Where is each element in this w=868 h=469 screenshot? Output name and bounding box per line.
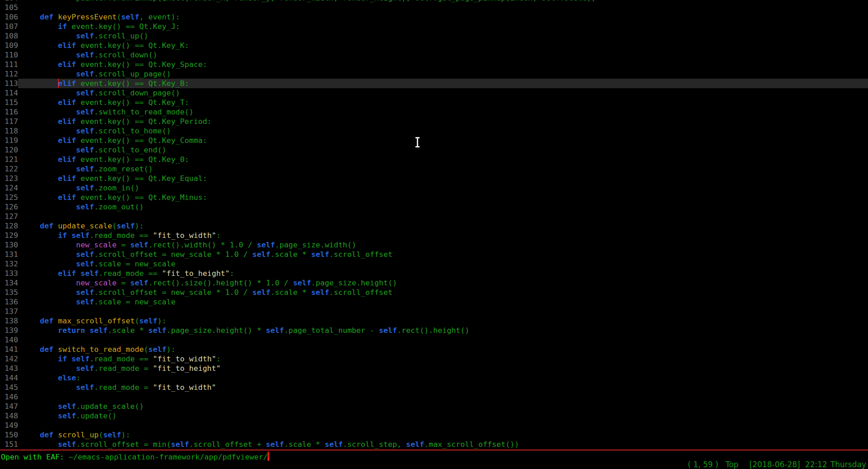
line-number: 118 [0,126,18,136]
code-text: new_scale = self.rect().width() * 1.0 / … [18,240,868,250]
code-text [18,335,868,345]
code-text: def scroll_up(self): [18,430,868,440]
code-text: elif event.key() == Qt.Key_Comma: [18,136,868,145]
code-line[interactable]: 111 elif event.key() == Qt.Key_Space: [0,60,868,69]
code-line[interactable]: 109 elif event.key() == Qt.Key_K: [0,41,868,50]
code-line[interactable]: 134 new_scale = self.rect().size().heigh… [0,278,868,288]
code-line[interactable]: 123 elif event.key() == Qt.Key_Equal: [0,174,868,183]
code-line[interactable]: 106 def keyPressEvent(self, event): [0,12,868,22]
code-line[interactable]: 142 if self.read_mode == "fit_to_width": [0,354,868,364]
code-line[interactable]: 127 [0,212,868,221]
code-line[interactable]: 128 def update_scale(self): [0,221,868,231]
line-number: 134 [0,278,18,288]
code-line[interactable]: 129 if self.read_mode == "fit_to_width": [0,231,868,240]
code-text: self.scroll_to_end() [18,145,868,155]
code-line[interactable]: 118 self.scroll_to_home() [0,126,868,136]
code-line[interactable]: 116 self.switch_to_read_mode() [0,107,868,117]
minibuffer[interactable]: Open with EAF: ~/emacs-application-frame… [1,452,269,462]
code-line[interactable]: 105 [0,3,868,12]
code-text: self.scale = new_scale [18,259,868,269]
code-line[interactable]: 136 self.scale = new_scale [0,297,868,307]
code-line[interactable]: 150 def scroll_up(self): [0,430,868,440]
code-line[interactable]: 138 def max_scroll_offset(self): [0,316,868,326]
code-area[interactable]: 104 painter.drawPixmap(QRect(render_x, r… [0,0,868,449]
code-line[interactable]: 144 else: [0,373,868,383]
code-line[interactable]: 151 self.scroll_offset = min(self.scroll… [0,440,868,449]
code-line[interactable]: 149 [0,421,868,430]
line-number: 128 [0,221,18,231]
code-line[interactable]: 121 elif event.key() == Qt.Key_0: [0,155,868,164]
line-number: 107 [0,22,18,31]
code-text: elif event.key() == Qt.Key_K: [18,41,868,50]
code-line[interactable]: 133 elif self.read_mode == "fit_to_heigh… [0,269,868,278]
line-number: 150 [0,430,18,440]
code-line[interactable]: 119 elif event.key() == Qt.Key_Comma: [0,136,868,145]
code-text [18,212,868,221]
line-number: 119 [0,136,18,145]
line-number: 144 [0,373,18,383]
code-line[interactable]: 140 [0,335,868,345]
minibuffer-input[interactable]: ~/emacs-application-framework/app/pdfvie… [69,453,268,461]
mode-line [0,449,868,451]
code-line[interactable]: 114 self.scroll_down_page() [0,88,868,98]
line-number: 126 [0,202,18,212]
code-line[interactable]: 113 elif event.key() == Qt.Key_B: [0,79,868,88]
code-text: self.update_scale() [18,402,868,411]
code-text: elif event.key() == Qt.Key_T: [18,98,868,107]
code-text: def switch_to_read_mode(self): [18,345,868,354]
status-date: [2018-06-28] [749,460,800,469]
code-text: self.read_mode = "fit_to_height" [18,364,868,373]
code-text: self.zoom_reset() [18,164,868,174]
line-number: 108 [0,31,18,41]
code-line[interactable]: 108 self.scroll_up() [0,31,868,41]
code-line[interactable]: 115 elif event.key() == Qt.Key_T: [0,98,868,107]
line-number: 139 [0,326,18,335]
code-line[interactable]: 112 self.scroll_up_page() [0,69,868,79]
code-text: new_scale = self.rect().size().height() … [18,278,868,288]
code-text: self.switch_to_read_mode() [18,107,868,117]
code-text: def max_scroll_offset(self): [18,316,868,326]
code-text: else: [18,373,868,383]
line-number: 140 [0,335,18,345]
code-line[interactable]: 125 elif event.key() == Qt.Key_Minus: [0,193,868,202]
code-line[interactable]: 143 self.read_mode = "fit_to_height" [0,364,868,373]
code-text [18,421,868,430]
line-number: 106 [0,12,18,22]
code-line[interactable]: 120 self.scroll_to_end() [0,145,868,155]
code-line[interactable]: 117 elif event.key() == Qt.Key_Period: [0,117,868,126]
status-info: ( 1, 59 )Top[2018-06-28]22:12Thursday [688,460,866,469]
line-number: 116 [0,107,18,117]
code-text [18,392,868,402]
code-text: elif event.key() == Qt.Key_Equal: [18,174,868,183]
code-text: self.scroll_offset = min(self.scroll_off… [18,440,868,449]
line-number: 113 [0,79,18,88]
cursor-position: ( 1, 59 ) [688,460,718,469]
code-line[interactable]: 122 self.zoom_reset() [0,164,868,174]
code-line[interactable]: 126 self.zoom_out() [0,202,868,212]
code-line[interactable]: 148 self.update() [0,411,868,421]
code-line[interactable]: 130 new_scale = self.rect().width() * 1.… [0,240,868,250]
line-number: 151 [0,440,18,449]
code-line[interactable]: 135 self.scroll_offset = new_scale * 1.0… [0,288,868,297]
code-line[interactable]: 147 self.update_scale() [0,402,868,411]
code-line[interactable]: 146 [0,392,868,402]
line-number: 124 [0,183,18,193]
line-number: 115 [0,98,18,107]
code-text: elif event.key() == Qt.Key_B: [18,79,868,88]
code-text: self.scroll_up() [18,31,868,41]
code-line[interactable]: 137 [0,307,868,316]
code-text: self.zoom_in() [18,183,868,193]
code-line[interactable]: 139 return self.scale * self.page_size.h… [0,326,868,335]
code-line[interactable]: 131 self.scroll_offset = new_scale * 1.0… [0,250,868,259]
code-line[interactable]: 110 self.scroll_down() [0,50,868,60]
code-line[interactable]: 145 self.read_mode = "fit_to_width" [0,383,868,392]
code-line[interactable]: 124 self.zoom_in() [0,183,868,193]
code-text: elif self.read_mode == "fit_to_height": [18,269,868,278]
line-number: 117 [0,117,18,126]
status-time: 22:12 [805,460,827,469]
line-number: 145 [0,383,18,392]
code-line[interactable]: 132 self.scale = new_scale [0,259,868,269]
line-number: 114 [0,88,18,98]
code-line[interactable]: 141 def switch_to_read_mode(self): [0,345,868,354]
code-line[interactable]: 107 if event.key() == Qt.Key_J: [0,22,868,31]
